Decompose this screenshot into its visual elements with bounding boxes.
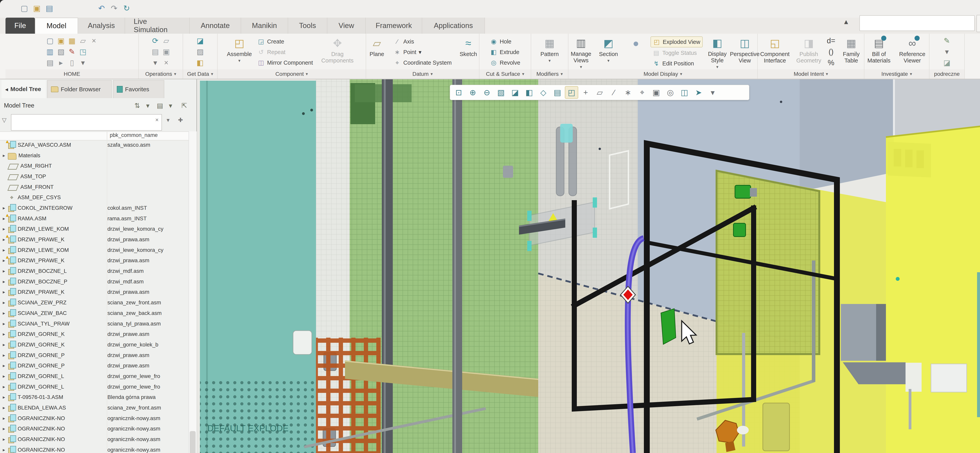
- expand-caret-icon[interactable]: ▸: [0, 247, 8, 253]
- csys-display-icon[interactable]: ⌖: [635, 86, 649, 99]
- tree-filters-icon[interactable]: ⇅: [132, 100, 143, 111]
- expand-caret-icon[interactable]: ▸: [0, 437, 8, 442]
- graphics-viewport[interactable]: DEFAULT EXPLODE: [197, 79, 980, 453]
- open-locked-icon[interactable]: ▣: [56, 35, 67, 46]
- expand-caret-icon[interactable]: ▸: [0, 426, 8, 431]
- drag-components-button[interactable]: ✥Drag Components: [317, 35, 358, 69]
- doc-stack-icon[interactable]: ▱: [78, 35, 88, 46]
- cad-teal-cap[interactable]: [560, 124, 573, 143]
- cad-green-bracket-part[interactable]: [661, 309, 676, 344]
- tree-row[interactable]: ▸DRZWI_GORNE_Pdrzwi_prawe.asm: [0, 350, 189, 361]
- tree-row[interactable]: ▸OGRANICZNIK-NOogranicznik-nowy.asm: [0, 413, 189, 424]
- axis-display-icon[interactable]: ∕: [607, 86, 620, 99]
- revolve-button[interactable]: ◎Revolve: [488, 58, 522, 68]
- ribbon-group-label[interactable]: Get Data▾: [183, 69, 217, 79]
- pencil-more-icon[interactable]: ▾: [942, 46, 952, 57]
- parameters-icon[interactable]: d=: [826, 35, 837, 46]
- tree-row[interactable]: ▸▲DRZWI_PRAWE_Kdrzwi_prawa.asm: [0, 255, 189, 266]
- tree-row[interactable]: ASM_TOP: [0, 171, 189, 182]
- tree-row[interactable]: ▸DRZWI_GORNE_Pdrzwi_prawe.asm: [0, 360, 189, 371]
- new-file-icon[interactable]: ▢: [19, 3, 30, 14]
- common-name-column-header[interactable]: pbk_common_name: [110, 132, 158, 138]
- regenerate-stack-icon[interactable]: ⟳: [150, 35, 161, 46]
- cad-rust-lattice[interactable]: [316, 337, 381, 453]
- tree-row[interactable]: ▸▲DRZWI_PRAWE_Kdrzwi_prawa.asm: [0, 234, 189, 245]
- expand-caret-icon[interactable]: ▸: [0, 363, 8, 368]
- tree-scrollbar-thumb[interactable]: [190, 431, 196, 453]
- cad-vertical-rod[interactable]: [812, 260, 815, 382]
- expand-caret-icon[interactable]: ▸: [0, 416, 8, 421]
- relations-icon[interactable]: (): [826, 46, 837, 57]
- exploded-view-toggle-icon[interactable]: ◰: [565, 86, 578, 99]
- edit-position-button[interactable]: ↯Edit Position: [651, 59, 702, 68]
- appearance-sphere-button[interactable]: ●: [623, 35, 649, 69]
- tree-row[interactable]: ▸DRZWI_GORNE_Kdrzwi_gorne_kolek_b: [0, 339, 189, 350]
- tree-row[interactable]: ▲SZAFA_WASCO.ASMszafa_wasco.asm: [0, 139, 189, 150]
- save-model-icon[interactable]: ▥: [45, 46, 56, 57]
- copy-icon[interactable]: ▱: [161, 35, 172, 46]
- family-table-button[interactable]: ▦Family Table: [838, 35, 864, 69]
- ribbon-group-label[interactable]: HOME: [5, 69, 138, 79]
- manage-views-button[interactable]: ▥Manage Views▾: [568, 35, 594, 69]
- ribbon-group-label[interactable]: Model Display▾: [568, 69, 757, 79]
- expand-caret-icon[interactable]: ▸: [0, 289, 8, 295]
- cad-green-hinge-upper[interactable]: [735, 185, 751, 198]
- close-window-icon[interactable]: ×: [88, 35, 99, 46]
- switch-symbols-icon[interactable]: %: [826, 57, 837, 68]
- exploded-view-button[interactable]: ◰Exploded View: [651, 36, 702, 48]
- tab-model[interactable]: Model: [35, 17, 78, 34]
- view-manager-icon[interactable]: ▤: [551, 86, 564, 99]
- tree-row[interactable]: ▸DRZWI_GORNE_Ldrzwi_gorne_lewe_fro: [0, 382, 189, 392]
- shaded-view-icon[interactable]: ◪: [508, 86, 522, 99]
- copy-window-icon[interactable]: ◳: [78, 46, 88, 57]
- zoom-in-icon[interactable]: ⊕: [466, 86, 479, 99]
- mirror-component-button[interactable]: ◫Mirror Component: [255, 58, 315, 68]
- bill-of-materials-button[interactable]: ▤Bill of Materials: [864, 35, 894, 69]
- delete-icon[interactable]: ×: [161, 57, 172, 68]
- undo-icon[interactable]: ↶: [96, 3, 107, 14]
- tree-column-header-row[interactable]: pbk_common_name: [0, 131, 189, 141]
- tab-applications[interactable]: Applications: [422, 17, 485, 34]
- expand-caret-icon[interactable]: ▸: [0, 342, 8, 347]
- tree-row[interactable]: ▸DRZWI_GORNE_Ldrzwi_gorne_lewe_fro: [0, 371, 189, 382]
- erase-icon[interactable]: ✎: [67, 46, 78, 57]
- reference-viewer-button[interactable]: ∞Reference Viewer: [896, 35, 929, 69]
- tree-search-next-icon[interactable]: ✚: [178, 117, 183, 124]
- cad-panel-cutout[interactable]: [293, 331, 312, 355]
- related-docs-icon[interactable]: ▧: [56, 46, 67, 57]
- toggle-status-button[interactable]: ▤Toggle Status: [651, 48, 702, 58]
- expand-caret-icon[interactable]: ▸: [0, 331, 8, 337]
- hole-button[interactable]: ◉Hole: [488, 36, 522, 47]
- tree-row[interactable]: ▸DRZWI_PRAWE_Kdrzwi_prawa.asm: [0, 287, 189, 298]
- operations-more-icon[interactable]: ▾: [150, 57, 161, 68]
- ribbon-group-label[interactable]: Operations▾: [139, 69, 183, 79]
- tab-annotate[interactable]: Annotate: [190, 17, 241, 34]
- expand-caret-icon[interactable]: ▸: [0, 279, 8, 284]
- tree-row[interactable]: ▸Materials: [0, 150, 189, 161]
- tree-row[interactable]: ▸DRZWI_BOCZNE_Ldrzwi_mdf.asm: [0, 266, 189, 276]
- tab-view[interactable]: View: [327, 17, 366, 34]
- paste-icon[interactable]: ▣: [161, 46, 172, 57]
- repeat-button[interactable]: ↺Repeat: [255, 47, 315, 57]
- column-divider[interactable]: [107, 132, 107, 140]
- assemble-button[interactable]: ◰Assemble▾: [225, 35, 253, 69]
- tree-columns-dropdown-icon[interactable]: ▾: [165, 100, 176, 111]
- expand-caret-icon[interactable]: ▸: [0, 226, 8, 232]
- expand-caret-icon[interactable]: ▸: [0, 374, 8, 379]
- display-style-icon[interactable]: ◧: [523, 86, 536, 99]
- lock-doc-icon[interactable]: ▯: [67, 57, 78, 68]
- save-icon[interactable]: ▤: [44, 3, 55, 14]
- expand-caret-icon[interactable]: ▸: [0, 447, 8, 453]
- command-search-input[interactable]: [859, 15, 975, 31]
- expand-caret-icon[interactable]: ▸: [0, 310, 8, 316]
- expand-caret-icon[interactable]: ▸: [0, 300, 8, 305]
- datum-csys-button[interactable]: ⌖Coordinate System: [391, 58, 454, 68]
- tree-row[interactable]: ▸SCIANA_ZEW_BACsciana_zew_back.asm: [0, 308, 189, 318]
- tab-live-simulation[interactable]: Live Simulation: [125, 17, 190, 34]
- saved-orientations-icon[interactable]: ◇: [537, 86, 550, 99]
- expand-caret-icon[interactable]: ▸: [0, 268, 8, 274]
- eraser-icon[interactable]: ◪: [942, 57, 952, 68]
- display-style-button[interactable]: ◧Display Style▾: [705, 35, 730, 69]
- ribbon-group-label[interactable]: Model Intent▾: [758, 69, 864, 79]
- simulate-icon[interactable]: ➤: [692, 86, 705, 99]
